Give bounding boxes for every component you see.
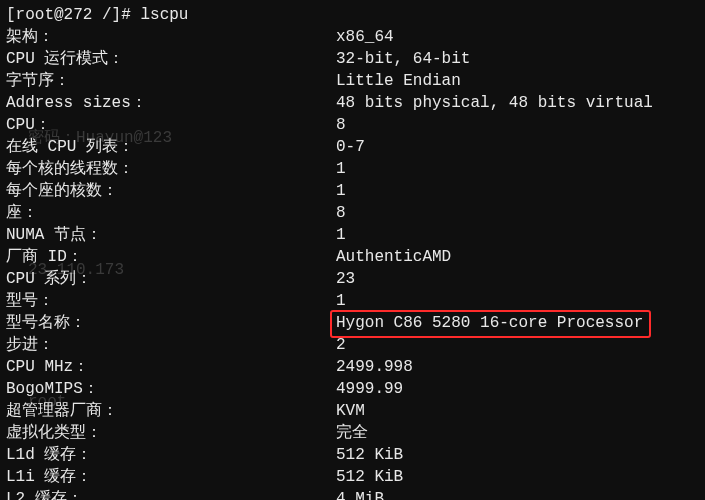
row-value: Little Endian [336,70,461,92]
output-row: 每个核的线程数：1 [6,158,699,180]
row-label: NUMA 节点： [6,224,336,246]
row-value: 4 MiB [336,488,384,500]
output-row: 架构：x86_64 [6,26,699,48]
output-row: 每个座的核数：1 [6,180,699,202]
lscpu-output: 架构：x86_64CPU 运行模式：32-bit, 64-bit字节序：Litt… [6,26,699,500]
row-value: 32-bit, 64-bit [336,48,470,70]
row-value: 512 KiB [336,466,403,488]
output-row: Address sizes：48 bits physical, 48 bits … [6,92,699,114]
output-row: 在线 CPU 列表：0-7 [6,136,699,158]
output-row: 超管理器厂商：KVM [6,400,699,422]
row-label: CPU 系列： [6,268,336,290]
terminal[interactable]: 密码：Huayun@123 23.110.173 root 银河麒麟高级服务 器… [0,0,705,500]
row-value: 2 [336,334,346,356]
output-row: CPU MHz：2499.998 [6,356,699,378]
output-row: 步进：2 [6,334,699,356]
row-value: 512 KiB [336,444,403,466]
output-row: 型号名称：Hygon C86 5280 16-core Processor [6,312,699,334]
row-value: 23 [336,268,355,290]
row-value: 8 [336,202,346,224]
row-label: 型号： [6,290,336,312]
row-value: 1 [336,180,346,202]
row-label: 字节序： [6,70,336,92]
row-value: 1 [336,290,346,312]
output-row: 座：8 [6,202,699,224]
row-label: 虚拟化类型： [6,422,336,444]
row-label: 每个座的核数： [6,180,336,202]
row-value: 1 [336,158,346,180]
row-value: 48 bits physical, 48 bits virtual [336,92,653,114]
row-value: 4999.99 [336,378,403,400]
row-value: x86_64 [336,26,394,48]
row-label: 架构： [6,26,336,48]
output-row: CPU 系列：23 [6,268,699,290]
output-row: BogoMIPS：4999.99 [6,378,699,400]
output-row: CPU：8 [6,114,699,136]
row-value: 0-7 [336,136,365,158]
row-label: 在线 CPU 列表： [6,136,336,158]
row-value: 8 [336,114,346,136]
row-label: 步进： [6,334,336,356]
row-label: CPU： [6,114,336,136]
output-row: 虚拟化类型：完全 [6,422,699,444]
row-label: CPU MHz： [6,356,336,378]
row-label: BogoMIPS： [6,378,336,400]
row-label: 座： [6,202,336,224]
row-label: L1i 缓存： [6,466,336,488]
shell-prompt: [root@272 /]# lscpu [6,4,699,26]
row-value: AuthenticAMD [336,246,451,268]
output-row: CPU 运行模式：32-bit, 64-bit [6,48,699,70]
output-row: NUMA 节点：1 [6,224,699,246]
row-value: 1 [336,224,346,246]
row-label: CPU 运行模式： [6,48,336,70]
row-label: Address sizes： [6,92,336,114]
row-value: 2499.998 [336,356,413,378]
row-label: 超管理器厂商： [6,400,336,422]
row-value: 完全 [336,422,368,444]
output-row: 字节序：Little Endian [6,70,699,92]
output-row: L1i 缓存：512 KiB [6,466,699,488]
output-row: 厂商 ID：AuthenticAMD [6,246,699,268]
row-value: Hygon C86 5280 16-core Processor [336,312,643,334]
row-label: 每个核的线程数： [6,158,336,180]
output-row: L1d 缓存：512 KiB [6,444,699,466]
row-label: 型号名称： [6,312,336,334]
row-label: 厂商 ID： [6,246,336,268]
row-label: L1d 缓存： [6,444,336,466]
row-label: L2 缓存： [6,488,336,500]
output-row: 型号：1 [6,290,699,312]
row-value: KVM [336,400,365,422]
output-row: L2 缓存：4 MiB [6,488,699,500]
